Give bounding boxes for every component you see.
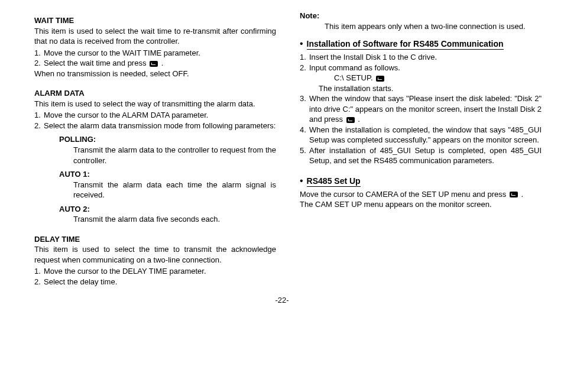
wait-step-2: 2.Select the wait time and press . <box>34 58 276 69</box>
install-step-1-text: Insert the Install Disk 1 to the C drive… <box>309 53 437 61</box>
install-step-4: 4.When the installation is completed, th… <box>300 125 542 145</box>
wait-step-1: 1.Move the cursor to the WAIT TIME param… <box>34 48 276 59</box>
polling-title: POLLING: <box>59 134 276 145</box>
install-step-3-text-b: . <box>356 115 360 124</box>
delay-time-heading: DELAY TIME <box>34 234 276 245</box>
bullet-icon: • <box>300 176 307 186</box>
delay-step-1: 1.Move the cursor to the DELAY TIME para… <box>34 266 276 277</box>
install-step-2: 2.Input command as follows. <box>300 63 542 73</box>
alarm-data-heading: ALARM DATA <box>34 88 276 99</box>
auto1-title: AUTO 1: <box>59 169 276 180</box>
delay-step-1-text: Move the cursor to the DELAY TIME parame… <box>44 267 206 276</box>
setup-p2: The CAM SET UP menu appears on the monit… <box>300 199 542 210</box>
install-step-4-text: When the installation is completed, the … <box>309 125 542 145</box>
note-heading: Note: <box>300 11 542 21</box>
enter-key-icon <box>346 117 355 123</box>
auto2-title: AUTO 2: <box>59 204 276 215</box>
page-number: -22- <box>0 296 564 304</box>
alarm-step-1: 1.Move the cursor to the ALARM DATA para… <box>34 110 276 121</box>
polling-desc: Transmit the alarm data to the controlle… <box>59 145 276 166</box>
page: WAIT TIME This item is used to select th… <box>0 0 564 292</box>
delay-step-2-text: Select the delay time. <box>44 277 117 286</box>
install-step-2-text: Input command as follows. <box>309 63 400 72</box>
auto1-block: AUTO 1: Transmit the alarm data each tim… <box>34 169 276 200</box>
install-step-5-text: After installation of 485_GUI Setup is c… <box>309 146 542 166</box>
install-cmd: C:\ SETUP. <box>334 73 375 82</box>
setup-p1: Move the cursor to CAMERA of the SET UP … <box>300 189 542 200</box>
alarm-desc: This item is used to select the way of t… <box>34 99 276 109</box>
wait-step-1-text: Move the cursor to the WAIT TIME paramet… <box>44 48 200 57</box>
alarm-step-2: 2.Select the alarm data transmission mod… <box>34 121 276 131</box>
alarm-step-1-text: Move the cursor to the ALARM DATA parame… <box>44 111 208 119</box>
enter-key-icon <box>376 76 384 82</box>
install-step-5: 5.After installation of 485_GUI Setup is… <box>300 145 542 166</box>
wait-step-2-text-b: . <box>159 59 163 67</box>
wait-note: When no transmission is needed, select O… <box>34 69 276 79</box>
auto1-desc: Transmit the alarm data each time the al… <box>59 180 276 200</box>
install-step-3-text-a: When the window that says "Please insert… <box>309 94 542 124</box>
auto2-block: AUTO 2: Transmit the alarm data five sec… <box>34 204 276 225</box>
polling-block: POLLING: Transmit the alarm data to the … <box>34 134 276 166</box>
install-cmd-line: C:\ SETUP. <box>300 73 542 83</box>
enter-key-icon <box>150 61 158 67</box>
left-column: WAIT TIME This item is used to select th… <box>34 11 276 287</box>
note-text: This item appears only when a two-line c… <box>300 21 542 32</box>
auto2-desc: Transmit the alarm data five seconds eac… <box>59 214 276 225</box>
right-column: Note: This item appears only when a two-… <box>300 11 542 287</box>
setup-p1-a: Move the cursor to CAMERA of the SET UP … <box>300 190 508 199</box>
delay-step-2: 2.Select the delay time. <box>34 277 276 287</box>
install-step-3: 3.When the window that says "Please inse… <box>300 93 542 125</box>
wait-time-heading: WAIT TIME <box>34 15 276 26</box>
setup-heading: RS485 Set Up <box>307 176 361 187</box>
wait-time-desc: This item is used to select the wait tim… <box>34 26 276 47</box>
install-heading: Installation of Software for RS485 Commu… <box>307 38 504 50</box>
install-step-2b: The installation starts. <box>300 83 542 94</box>
enter-key-icon <box>510 192 518 197</box>
wait-step-2-text-a: Select the wait time and press <box>44 59 148 67</box>
alarm-step-2-text: Select the alarm data transmission mode … <box>44 121 275 130</box>
install-heading-row: • Installation of Software for RS485 Com… <box>300 38 542 50</box>
setup-heading-row: • RS485 Set Up <box>300 176 542 187</box>
bullet-icon: • <box>300 38 307 48</box>
setup-p1-b: . <box>519 190 523 199</box>
delay-desc: This item is used to select the time to … <box>34 244 276 265</box>
install-step-1: 1.Insert the Install Disk 1 to the C dri… <box>300 52 542 63</box>
